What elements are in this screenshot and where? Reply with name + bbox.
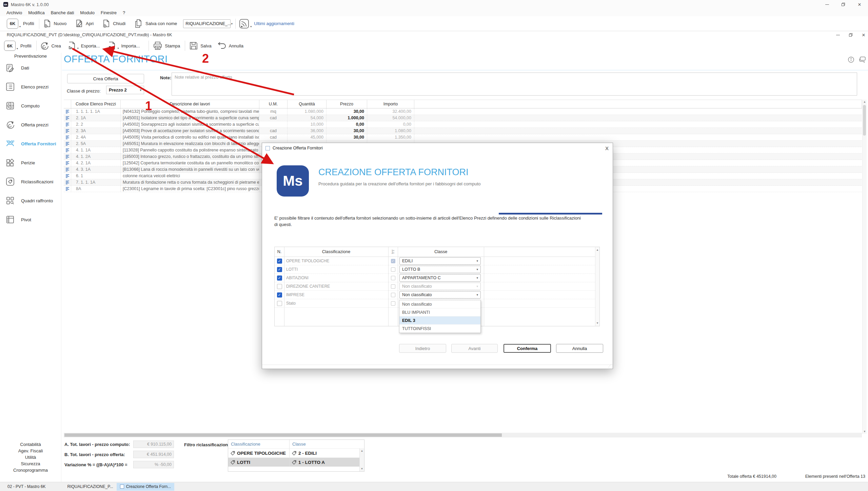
esporta-button[interactable]: ▾ Esporta... <box>68 41 100 50</box>
scroll-up-icon[interactable]: ▲ <box>596 248 599 251</box>
classe-combo-appartamento-c[interactable]: APPARTAMENTO C▾ <box>399 274 481 282</box>
filter-row[interactable]: OPERE TIPOLOGICHE 2 - EDILI <box>228 448 364 457</box>
annulla-button[interactable]: Annulla <box>217 42 243 50</box>
horizontal-scroll-thumb[interactable] <box>64 433 502 437</box>
profili-button[interactable]: 6K▾ Profili <box>7 19 34 29</box>
dropdown-option[interactable]: EDIL 3 <box>399 316 480 325</box>
checkbox-unchecked[interactable] <box>277 284 282 289</box>
sidebar-item-dati[interactable]: Dati <box>0 60 61 75</box>
checkbox-checked[interactable] <box>277 275 282 281</box>
doc-close-button[interactable]: ✕ <box>861 33 866 37</box>
avanti-button[interactable]: Avanti <box>451 344 498 353</box>
row-drag-handle-icon[interactable] <box>64 115 71 121</box>
scroll-down-icon[interactable]: ▼ <box>361 467 363 470</box>
sidebar-item-perizie[interactable]: Perizie <box>0 155 61 170</box>
menu-item[interactable]: Modifica <box>25 10 47 15</box>
checkbox-checked[interactable] <box>277 259 282 264</box>
sidebar-item-offerta-prezzi[interactable]: Offerta prezzi <box>0 117 61 132</box>
menu-item[interactable]: Archivio <box>3 10 25 15</box>
ultimi-aggiornamenti-button[interactable]: ▾ Ultimi aggiornamenti <box>239 19 294 29</box>
menu-item[interactable]: ? <box>120 10 128 15</box>
sidebar-footer-item[interactable]: Utilità <box>0 454 61 461</box>
classe-combo-lotto-b[interactable]: LOTTO B▾ <box>399 266 481 273</box>
close-button[interactable]: ✕ <box>857 2 862 7</box>
sidebar-item-elenco-prezzi[interactable]: Elenco prezzi <box>0 79 61 94</box>
scroll-up-icon[interactable]: ▲ <box>863 100 866 103</box>
info-icon[interactable] <box>848 56 854 64</box>
row-drag-handle-icon[interactable] <box>64 147 71 153</box>
checkbox-unchecked[interactable] <box>391 284 395 289</box>
dropdown-option[interactable]: BLU IMPIANTI <box>399 308 480 316</box>
sidebar-item-pivot[interactable]: Pivot <box>0 212 61 227</box>
dialog-titlebar[interactable]: Creazione Offerta Fornitori X <box>262 143 613 153</box>
file-selector-combo[interactable]: RIQUALIFICAZIONE_... ▾ <box>183 19 231 28</box>
stampa-button[interactable]: Stampa <box>153 41 180 50</box>
dialog-close-button[interactable]: X <box>601 143 613 153</box>
classificazione-row-lotti[interactable]: LOTTI LOTTO B▾ <box>275 265 596 274</box>
row-drag-handle-icon[interactable] <box>64 154 71 160</box>
row-drag-handle-icon[interactable] <box>64 160 71 166</box>
salva-button[interactable]: Salva <box>189 41 212 50</box>
sidebar-footer-item[interactable]: Cronoprogramma <box>0 467 61 473</box>
taskbar-item-pvt[interactable]: 02 - PVT - Mastro 6K <box>4 483 49 491</box>
horizontal-scrollbar[interactable] <box>64 433 862 437</box>
vertical-scroll-thumb[interactable] <box>863 105 866 136</box>
row-drag-handle-icon[interactable] <box>64 186 71 192</box>
note-textarea[interactable] <box>172 73 857 96</box>
taskbar-item-creazione-offerta[interactable]: Creazione Offerta Forn... <box>117 483 175 491</box>
scroll-down-icon[interactable]: ▼ <box>863 430 866 433</box>
dropdown-option[interactable]: TUTTOINFISSI <box>399 325 480 333</box>
menu-item[interactable]: Banche dati <box>48 10 77 15</box>
checkbox-checked[interactable] <box>277 292 282 298</box>
profili2-button[interactable]: 6K▾ Profili <box>4 41 32 51</box>
salva-con-nome-button[interactable]: Salva con nome <box>134 19 177 28</box>
dropdown-option[interactable]: Non classificato <box>399 300 480 308</box>
row-drag-handle-icon[interactable] <box>64 128 71 134</box>
minimize-button[interactable] <box>825 2 829 7</box>
chiudi-button[interactable]: Chiudi <box>102 19 125 28</box>
checkbox-unchecked[interactable] <box>391 276 395 280</box>
comments-icon[interactable] <box>859 56 866 64</box>
scroll-up-icon[interactable]: ▲ <box>361 449 363 452</box>
row-drag-handle-icon[interactable] <box>64 108 71 115</box>
conferma-button[interactable]: Conferma <box>504 344 551 353</box>
checkbox-unchecked[interactable] <box>391 301 395 306</box>
table-row[interactable]: 2. 4A [A45005] Visita periodica di contr… <box>64 134 862 141</box>
scroll-down-icon[interactable]: ▼ <box>596 322 599 325</box>
dialog-table-scrollbar[interactable]: ▲▼ <box>595 247 599 326</box>
row-drag-handle-icon[interactable] <box>64 134 71 140</box>
sidebar-item-offerta-fornitori[interactable]: Offerta Fornitori <box>0 136 61 151</box>
row-drag-handle-icon[interactable] <box>64 179 71 185</box>
apri-button[interactable]: Apri <box>75 19 94 28</box>
classificazione-row-opere-tipologiche[interactable]: OPERE TIPOLOGICHE EDILI▾ <box>275 257 596 265</box>
classe-di-prezzo-combo[interactable]: Prezzo 2 ▾ <box>106 86 144 94</box>
resize-grip[interactable]: ⋰ <box>608 364 611 368</box>
row-drag-handle-icon[interactable] <box>64 166 71 172</box>
sidebar-item-computo[interactable]: Computo <box>0 98 61 113</box>
checkbox-checked[interactable] <box>277 267 282 272</box>
restore-button[interactable] <box>841 2 846 7</box>
indietro-button[interactable]: Indietro <box>399 344 446 353</box>
classificazione-row-imprese[interactable]: IMPRESE Non classificato▾ <box>275 291 596 299</box>
sidebar-footer-item[interactable]: Contabilità <box>0 441 61 448</box>
doc-minimize-button[interactable] <box>835 33 840 37</box>
filter-col-classe[interactable]: Classe <box>290 440 364 448</box>
sidebar-item-riclassificazioni[interactable]: Riclassificazioni <box>0 174 61 189</box>
classe-combo-imprese-open[interactable]: Non classificato▾ <box>399 291 481 299</box>
doc-restore-button[interactable] <box>848 33 853 37</box>
nuovo-button[interactable]: Nuovo <box>43 19 67 28</box>
table-row[interactable]: 2. 3A [A45003] Prove di accettazione per… <box>64 128 862 134</box>
menu-item[interactable]: Modulo <box>77 10 98 15</box>
filter-col-classificazione[interactable]: Classificazione <box>228 440 290 448</box>
checkbox-unchecked[interactable] <box>391 267 395 272</box>
annulla-dialog-button[interactable]: Annulla <box>556 344 603 353</box>
row-drag-handle-icon[interactable] <box>64 141 71 147</box>
classe-combo-edili[interactable]: EDILI▾ <box>399 257 481 265</box>
checkbox-unchecked[interactable] <box>391 293 395 297</box>
crea-button[interactable]: Crea <box>40 41 61 50</box>
sidebar-footer-item[interactable]: Sicurezza <box>0 461 61 467</box>
table-row[interactable]: 2. 1A [A45001] Isolatore sismico del tip… <box>64 115 862 121</box>
classificazione-row-abitazioni[interactable]: ABITAZIONI APPARTAMENTO C▾ <box>275 274 596 282</box>
checkbox-unchecked[interactable] <box>277 301 282 306</box>
menu-item[interactable]: Finestre <box>98 10 120 15</box>
